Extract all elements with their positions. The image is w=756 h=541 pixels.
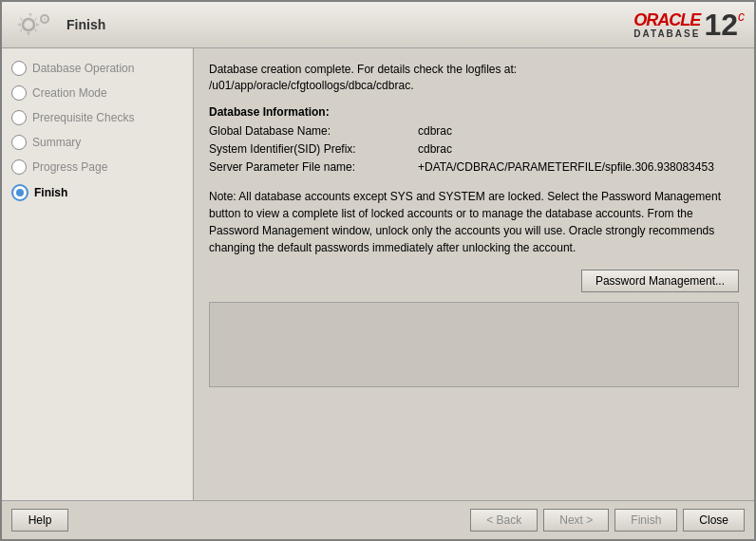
step-circle-database-operation: [11, 61, 27, 76]
oracle-version-suffix: c: [738, 9, 745, 23]
sidebar-item-creation-mode: Creation Mode: [2, 81, 193, 105]
db-info-row-1: System Identifier(SID) Prefix: cdbrac: [209, 140, 739, 159]
password-btn-row: Password Management...: [209, 270, 739, 292]
sidebar-label-progress-page: Progress Page: [32, 160, 107, 174]
finish-button[interactable]: Finish: [614, 509, 677, 532]
db-info-section: Database Information: Global Database Na…: [209, 105, 739, 177]
main-window: Finish ORACLE DATABASE 12 c Database Ope…: [0, 0, 756, 541]
svg-point-0: [23, 19, 34, 30]
db-field-label-1: System Identifier(SID) Prefix:: [209, 140, 418, 159]
next-button[interactable]: Next >: [543, 509, 609, 532]
db-field-label-0: Global Database Name:: [209, 122, 418, 140]
sidebar-label-database-operation: Database Operation: [32, 62, 134, 75]
sidebar-label-finish: Finish: [34, 186, 67, 199]
close-button[interactable]: Close: [683, 509, 745, 532]
completion-line2: /u01/app/oracle/cfgtoollogs/dbca/cdbrac.: [209, 79, 413, 92]
sidebar-label-summary: Summary: [32, 136, 81, 149]
oracle-logo-text: ORACLE: [633, 10, 700, 29]
sidebar-item-database-operation: Database Operation: [2, 56, 193, 81]
db-info-row-2: Server Parameter File name: +DATA/CDBRAC…: [209, 159, 739, 177]
sidebar-label-creation-mode: Creation Mode: [32, 86, 107, 100]
sidebar-item-prerequisite-checks: Prerequisite Checks: [2, 105, 193, 130]
oracle-db-label: DATABASE: [633, 28, 700, 39]
step-circle-finish: [11, 184, 28, 201]
sidebar-item-finish: Finish: [2, 179, 193, 206]
main-content-panel: Database creation complete. For details …: [194, 48, 754, 500]
completion-line1: Database creation complete. For details …: [209, 63, 517, 76]
note-text: Note: All database accounts except SYS a…: [209, 188, 739, 256]
title-bar: Finish ORACLE DATABASE 12 c: [2, 2, 754, 48]
image-placeholder: [209, 302, 739, 387]
help-button[interactable]: Help: [11, 509, 68, 532]
completion-message: Database creation complete. For details …: [209, 62, 739, 94]
db-field-label-2: Server Parameter File name:: [209, 159, 418, 177]
sidebar-label-prerequisite-checks: Prerequisite Checks: [32, 111, 134, 124]
db-info-row-0: Global Database Name: cdbrac: [209, 122, 739, 140]
step-circle-summary: [11, 135, 27, 150]
footer: Help < Back Next > Finish Close: [2, 500, 754, 539]
db-info-title: Database Information:: [209, 105, 739, 119]
title-bar-left: Finish: [11, 8, 105, 42]
oracle-logo: ORACLE DATABASE 12 c: [633, 9, 745, 40]
footer-left: Help: [11, 509, 68, 532]
sidebar-item-progress-page: Progress Page: [2, 155, 193, 179]
oracle-version: 12: [704, 9, 738, 40]
db-field-value-0: cdbrac: [418, 122, 452, 140]
step-circle-progress-page: [11, 159, 27, 175]
step-circle-prerequisite-checks: [11, 110, 27, 125]
sidebar-item-summary: Summary: [2, 130, 193, 155]
db-field-value-2: +DATA/CDBRAC/PARAMETERFILE/spfile.306.93…: [418, 159, 714, 177]
password-management-button[interactable]: Password Management...: [581, 270, 739, 292]
sidebar: Database Operation Creation Mode Prerequ…: [2, 48, 194, 500]
svg-point-2: [44, 18, 47, 21]
back-button[interactable]: < Back: [470, 509, 538, 532]
db-field-value-1: cdbrac: [418, 140, 452, 159]
gear-icon: [11, 8, 59, 42]
window-title: Finish: [66, 17, 105, 32]
content-area: Database Operation Creation Mode Prerequ…: [2, 48, 754, 500]
footer-right: < Back Next > Finish Close: [470, 509, 745, 532]
db-info-table: Global Database Name: cdbrac System Iden…: [209, 122, 739, 177]
step-circle-creation-mode: [11, 85, 27, 101]
